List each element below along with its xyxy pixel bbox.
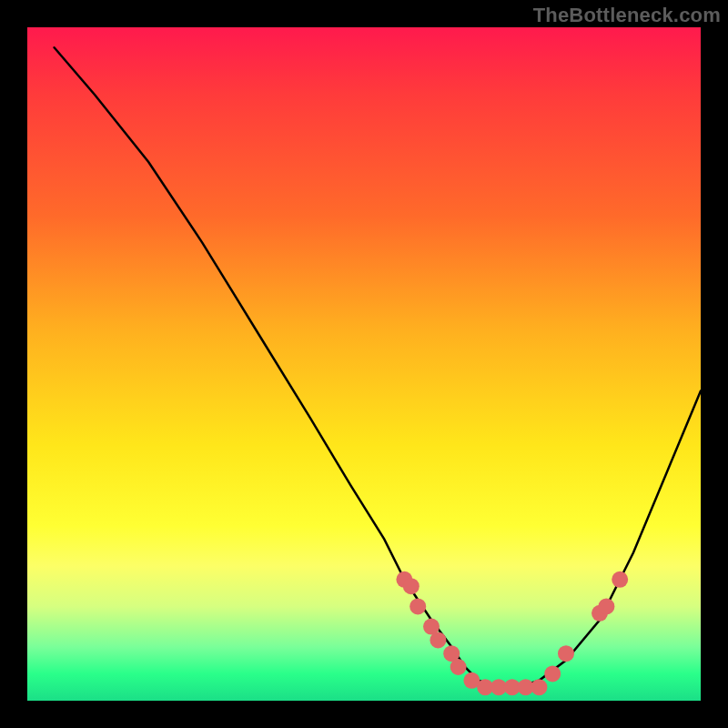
chart-container: [27, 27, 701, 701]
data-marker: [403, 578, 420, 594]
chart-svg: [27, 27, 701, 701]
data-marker: [544, 665, 561, 682]
data-marker: [430, 632, 446, 648]
data-marker: [531, 679, 547, 695]
marker-group: [396, 571, 628, 695]
data-marker: [410, 598, 426, 614]
data-marker: [450, 659, 467, 675]
data-marker: [598, 598, 614, 614]
branding-label: TheBottleneck.com: [533, 4, 721, 27]
data-marker: [612, 571, 628, 588]
data-marker: [558, 645, 574, 662]
bottleneck-curve-line: [55, 47, 701, 687]
